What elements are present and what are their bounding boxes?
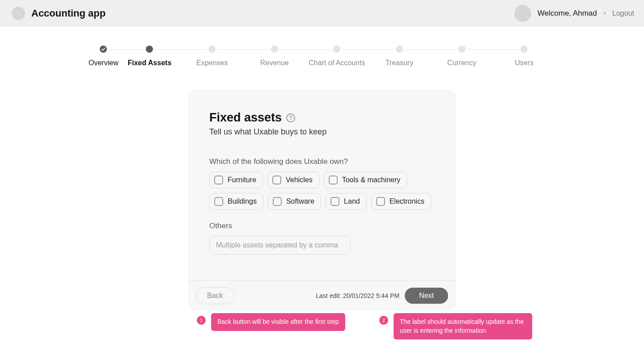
back-button[interactable]: Back <box>196 287 234 304</box>
option-chip-vehicles[interactable]: Vehicles <box>267 172 319 188</box>
stepper-container: OverviewFixed AssetsExpensesRevenueChart… <box>0 27 644 67</box>
option-label: Tools & machinery <box>342 176 401 184</box>
wizard-card: Fixed assets ? Tell us what Uxable buys … <box>188 89 456 310</box>
annotation-badge: 1 <box>197 316 206 325</box>
card-subtitle: Tell us what Uxable buys to keep <box>209 127 435 137</box>
step-connector <box>279 49 333 50</box>
footer-center: Last edit: 20/01/2022 5:44 PM Next <box>240 288 448 304</box>
option-chip-land[interactable]: Land <box>326 193 367 210</box>
step-label: Expenses <box>196 59 228 67</box>
annotation-text: The label should automatically update as… <box>394 313 532 339</box>
option-label: Electronics <box>390 197 424 205</box>
option-label: Vehicles <box>286 176 313 184</box>
step-connector <box>341 49 395 50</box>
checkbox-icon[interactable] <box>376 197 385 206</box>
option-chip-buildings[interactable]: Buildings <box>209 193 263 210</box>
option-chip-electronics[interactable]: Electronics <box>371 193 431 210</box>
others-input[interactable] <box>209 236 351 255</box>
step-connector <box>154 49 208 50</box>
option-label: Buildings <box>228 197 257 205</box>
annotation-2: 2 The label should automatically update … <box>379 313 532 339</box>
card-title-row: Fixed assets ? <box>209 111 435 125</box>
option-chip-furniture[interactable]: Furniture <box>209 172 263 188</box>
separator-dot-icon: • <box>603 9 606 17</box>
step-connector <box>404 49 458 50</box>
options-row: FurnitureVehiclesTools & machineryBuildi… <box>209 172 435 210</box>
step-label: Overview <box>89 59 119 67</box>
stepper: OverviewFixed AssetsExpensesRevenueChart… <box>89 46 555 67</box>
last-edit-label: Last edit: 20/01/2022 5:44 PM <box>316 292 399 299</box>
annotation-badge: 2 <box>379 316 388 325</box>
step-label: Currency <box>447 59 476 67</box>
step-label: Chart of Accounts <box>309 59 365 67</box>
step-label: Treasury <box>386 59 414 67</box>
header-left: Accounting app <box>12 7 106 20</box>
card-container: Fixed assets ? Tell us what Uxable buys … <box>0 89 644 310</box>
step-label: Fixed Assets <box>127 59 171 67</box>
checkbox-icon[interactable] <box>214 197 223 206</box>
step-dot-icon <box>208 46 216 53</box>
option-chip-tools-machinery[interactable]: Tools & machinery <box>324 172 407 188</box>
checkbox-icon[interactable] <box>214 176 223 184</box>
check-icon <box>100 46 107 53</box>
step-label: Revenue <box>260 59 289 67</box>
app-title: Accounting app <box>31 8 106 19</box>
option-label: Software <box>286 197 314 205</box>
option-chip-software[interactable]: Software <box>268 193 321 210</box>
option-label: Furniture <box>228 176 256 184</box>
step-dot-icon <box>271 46 278 53</box>
step-dot-icon <box>146 46 153 53</box>
others-label: Others <box>209 222 435 230</box>
header: Accounting app Welcome, Ahmad • Logout <box>0 0 644 27</box>
annotation-1: 1 Back button will be visible after the … <box>197 313 345 331</box>
card-body: Fixed assets ? Tell us what Uxable buys … <box>188 89 456 281</box>
checkbox-icon[interactable] <box>273 197 282 206</box>
option-label: Land <box>344 197 360 205</box>
avatar[interactable] <box>514 5 531 22</box>
step-label: Users <box>515 59 534 67</box>
checkbox-icon[interactable] <box>330 197 339 206</box>
question-label: Which of the following does Uxable own? <box>209 157 435 166</box>
checkbox-icon[interactable] <box>329 176 338 184</box>
step-dot-icon <box>333 46 340 53</box>
card-title: Fixed assets <box>209 111 282 125</box>
annotation-text: Back button will be visible after the fi… <box>211 313 345 331</box>
step-connector <box>466 49 520 50</box>
step-connector <box>216 49 270 50</box>
logout-link[interactable]: Logout <box>612 9 634 17</box>
card-footer: Back Last edit: 20/01/2022 5:44 PM Next <box>188 281 456 310</box>
next-button[interactable]: Next <box>405 288 448 304</box>
welcome-text: Welcome, Ahmad <box>538 9 597 18</box>
step-connector <box>108 49 148 50</box>
help-icon[interactable]: ? <box>286 113 295 122</box>
step-dot-icon <box>458 46 466 53</box>
header-right: Welcome, Ahmad • Logout <box>514 5 634 22</box>
step-dot-icon <box>396 46 403 53</box>
checkbox-icon[interactable] <box>272 176 281 184</box>
logo-icon <box>12 7 25 20</box>
step-dot-icon <box>521 46 528 53</box>
